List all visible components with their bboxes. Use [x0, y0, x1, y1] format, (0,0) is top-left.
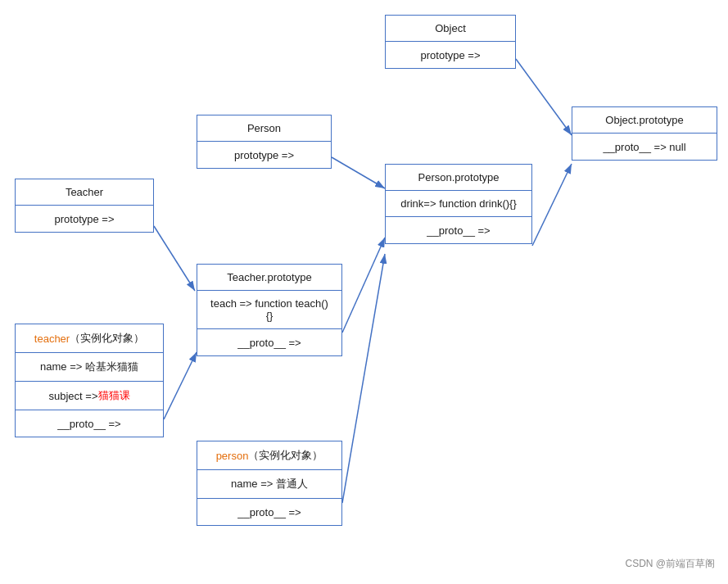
svg-line-1	[154, 226, 195, 291]
svg-line-5	[342, 254, 385, 503]
teacher-instance-proto: __proto__ =>	[16, 410, 163, 437]
person-instance-title: person（实例化对象）	[197, 441, 341, 470]
svg-line-2	[164, 352, 197, 419]
person-instance-name: name => 普通人	[197, 470, 341, 499]
teacher-class-box: Teacher prototype =>	[15, 179, 154, 233]
object-prototype-box: Object.prototype __proto__ => null	[572, 106, 717, 161]
person-prototype-drink: drink=> function drink(){}	[386, 191, 531, 217]
teacher-prototype-proto: __proto__ =>	[197, 329, 341, 355]
person-instance-proto: __proto__ =>	[197, 499, 341, 525]
teacher-class-title: Teacher	[16, 179, 153, 206]
teacher-class-proto: prototype =>	[16, 206, 153, 232]
teacher-instance-title: teacher（实例化对象）	[16, 324, 163, 353]
teacher-prototype-teach: teach => function teach(){}	[197, 291, 341, 329]
svg-line-4	[342, 238, 385, 333]
svg-line-7	[532, 164, 572, 246]
person-prototype-box: Person.prototype drink=> function drink(…	[385, 164, 532, 244]
object-class-title: Object	[386, 16, 515, 42]
person-class-box: Person prototype =>	[197, 115, 332, 169]
person-prototype-proto: __proto__ =>	[386, 217, 531, 243]
svg-line-6	[516, 59, 572, 135]
teacher-instance-name: name => 哈基米猫猫	[16, 353, 163, 382]
teacher-prototype-box: Teacher.prototype teach => function teac…	[197, 264, 342, 356]
object-prototype-title: Object.prototype	[572, 107, 717, 134]
svg-line-3	[332, 157, 385, 188]
person-class-title: Person	[197, 115, 331, 142]
teacher-instance-box: teacher（实例化对象） name => 哈基米猫猫 subject => …	[15, 324, 164, 437]
object-class-box: Object prototype =>	[385, 15, 516, 69]
diagram-arrows	[0, 0, 728, 584]
person-instance-box: person（实例化对象） name => 普通人 __proto__ =>	[197, 441, 342, 526]
person-class-proto: prototype =>	[197, 142, 331, 168]
watermark: CSDN @前端百草阁	[625, 557, 715, 571]
person-prototype-title: Person.prototype	[386, 165, 531, 191]
object-class-proto: prototype =>	[386, 42, 515, 68]
teacher-instance-subject: subject => 猫猫课	[16, 382, 163, 410]
object-prototype-null: __proto__ => null	[572, 134, 717, 160]
teacher-prototype-title: Teacher.prototype	[197, 265, 341, 291]
